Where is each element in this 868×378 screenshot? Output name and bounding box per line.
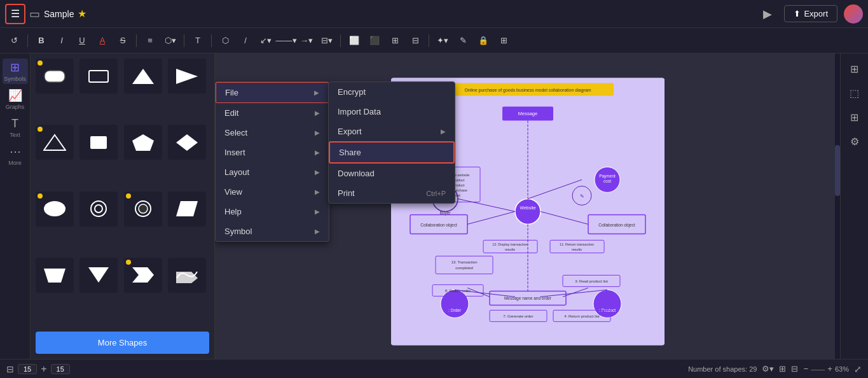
edit-button[interactable]: ✎ xyxy=(454,32,472,50)
shape-triangle-up[interactable] xyxy=(124,59,162,94)
shapes-settings-button[interactable]: ⚙▾ xyxy=(762,364,774,374)
lock-button[interactable]: 🔒 xyxy=(474,32,492,50)
file-submenu[interactable]: Encrypt Import Data Export ▶ Share Downl… xyxy=(328,81,455,204)
export-button[interactable]: ⬆ Export xyxy=(784,5,837,22)
zoom-level: 63% xyxy=(835,365,849,373)
file-submenu-download[interactable]: Download xyxy=(329,164,455,183)
sidebar-item-more[interactable]: ⋯ More xyxy=(3,143,28,168)
font-color-button[interactable]: A xyxy=(93,32,111,50)
menu-item-select[interactable]: Select ▶ xyxy=(216,123,329,143)
italic-button[interactable]: I xyxy=(53,32,71,50)
file-submenu-import-data[interactable]: Import Data xyxy=(329,102,455,122)
underline-button[interactable]: U xyxy=(73,32,91,50)
shape-triangle-outline[interactable] xyxy=(36,125,74,160)
view-options-button[interactable]: ⊟ xyxy=(791,364,798,374)
sidebar-item-graphs[interactable]: 📈 Graphs xyxy=(3,87,28,112)
toggle-sidebar-button[interactable]: ⊟ xyxy=(6,364,14,374)
menu-item-file[interactable]: File ▶ xyxy=(216,82,329,103)
shape-parallelogram[interactable] xyxy=(168,192,206,227)
menu-item-edit[interactable]: Edit ▶ xyxy=(216,103,329,123)
svg-text:: Order: : Order xyxy=(448,308,461,312)
shape-circle-dark[interactable] xyxy=(124,192,162,227)
page-number-right[interactable]: 15 xyxy=(51,364,70,374)
right-panel-btn-4[interactable]: ⚙ xyxy=(844,131,865,151)
svg-text:Message: Message xyxy=(518,111,537,116)
more-shapes-button[interactable]: More Shapes xyxy=(36,332,209,354)
right-panel-btn-2[interactable]: ⬚ xyxy=(844,83,865,103)
canvas-area[interactable]: Online purchase of goods business model … xyxy=(215,53,840,359)
menu-item-insert[interactable]: Insert ▶ xyxy=(216,143,329,162)
waypoint-button[interactable]: ↙▾ xyxy=(257,32,275,50)
align-button[interactable]: ≡ xyxy=(141,32,159,50)
avatar[interactable] xyxy=(844,4,863,24)
shape-triangle-down[interactable] xyxy=(79,258,118,293)
svg-text:completed: completed xyxy=(455,266,473,270)
svg-point-10 xyxy=(95,205,102,213)
sidebar-icons: ⊞ Symbols 📈 Graphs T Text ⋯ More xyxy=(0,53,31,359)
shape-ellipse[interactable] xyxy=(36,192,74,227)
line-style-button[interactable]: ——▾ xyxy=(277,32,295,50)
shape-rect[interactable] xyxy=(79,59,118,94)
format-button[interactable]: ⊞ xyxy=(495,32,513,50)
play-button[interactable]: ▶ xyxy=(757,4,778,24)
right-panel-btn-3[interactable]: ⊞ xyxy=(844,107,865,127)
line-button[interactable]: / xyxy=(237,32,254,50)
svg-text:results: results xyxy=(571,248,581,251)
expand-button[interactable]: ⊞ xyxy=(386,32,404,50)
more-label: More xyxy=(8,160,22,166)
arrow-style-button[interactable]: →▾ xyxy=(298,32,315,50)
file-submenu-export[interactable]: Export ▶ xyxy=(329,122,455,141)
file-submenu-encrypt[interactable]: Encrypt xyxy=(329,82,455,102)
shape-circle[interactable] xyxy=(79,192,118,227)
sidebar-item-symbols[interactable]: ⊞ Symbols xyxy=(3,59,28,84)
favorite-star-icon[interactable]: ★ xyxy=(78,8,86,20)
format-icon: ⊞ xyxy=(500,36,507,45)
text-button[interactable]: T xyxy=(189,32,207,50)
menu-item-symbol[interactable]: Symbol ▶ xyxy=(216,221,329,241)
container2-button[interactable]: ⬛ xyxy=(366,32,383,50)
export-icon: ⬆ xyxy=(794,9,801,18)
bold-button[interactable]: B xyxy=(32,32,50,50)
border-style-icon: ⊟ xyxy=(321,36,328,45)
menu-item-view[interactable]: View ▶ xyxy=(216,182,329,202)
hamburger-menu-button[interactable]: ☰ xyxy=(5,4,25,24)
menu-item-help[interactable]: Help ▶ xyxy=(216,202,329,221)
main-menu-dropdown[interactable]: File ▶ Edit ▶ Select ▶ Insert ▶ Layout xyxy=(215,81,329,242)
star-toolbar-icon: ✦ xyxy=(437,36,444,45)
map-button[interactable]: ⊞ xyxy=(779,364,786,374)
topbar: ☰ ▭ Sample ★ ▶ ⬆ Export xyxy=(0,0,868,28)
zoom-in-button[interactable]: + xyxy=(827,364,832,374)
file-submenu-print[interactable]: Print Ctrl+P xyxy=(329,183,455,203)
shape-wave[interactable] xyxy=(168,258,206,293)
undo-button[interactable]: ↺ xyxy=(5,32,23,50)
right-panel-btn-1[interactable]: ⊞ xyxy=(844,59,865,79)
svg-line-65 xyxy=(458,199,515,211)
page-number[interactable]: 15 xyxy=(18,364,37,374)
align2-button[interactable]: ⬡▾ xyxy=(162,32,179,50)
grid-icon: ⊞ xyxy=(850,111,858,123)
menu-item-layout[interactable]: Layout ▶ xyxy=(216,162,329,182)
shape-square[interactable] xyxy=(79,125,118,160)
star-toolbar-button[interactable]: ✦▾ xyxy=(434,32,451,50)
shape-chevron[interactable] xyxy=(124,258,162,293)
fullscreen-button[interactable]: ⤢ xyxy=(854,364,862,374)
container-button[interactable]: ⬜ xyxy=(345,32,363,50)
shape-button[interactable]: ⬡ xyxy=(216,32,234,50)
shape-pentagon[interactable] xyxy=(124,125,162,160)
strikethrough-button[interactable]: S xyxy=(114,32,132,50)
add-page-button[interactable]: + xyxy=(41,363,46,375)
collapse-button[interactable]: ⊟ xyxy=(406,32,424,50)
sidebar-item-text[interactable]: T Text xyxy=(3,115,28,140)
zoom-out-button[interactable]: − xyxy=(803,364,808,374)
scrollbar-thumb[interactable] xyxy=(835,145,840,196)
shape-diamond[interactable] xyxy=(168,125,206,160)
file-submenu-share[interactable]: Share xyxy=(329,141,455,164)
shape-trapezoid[interactable] xyxy=(36,258,74,293)
svg-point-33 xyxy=(593,290,621,318)
shape-rounded-rect[interactable] xyxy=(36,59,74,94)
italic-icon: I xyxy=(60,36,63,45)
border-style-button[interactable]: ⊟▾ xyxy=(318,32,336,50)
shape-triangle-right[interactable] xyxy=(168,59,206,94)
vertical-scrollbar[interactable] xyxy=(835,53,840,359)
svg-text:12: Display transaction: 12: Display transaction xyxy=(492,242,528,246)
